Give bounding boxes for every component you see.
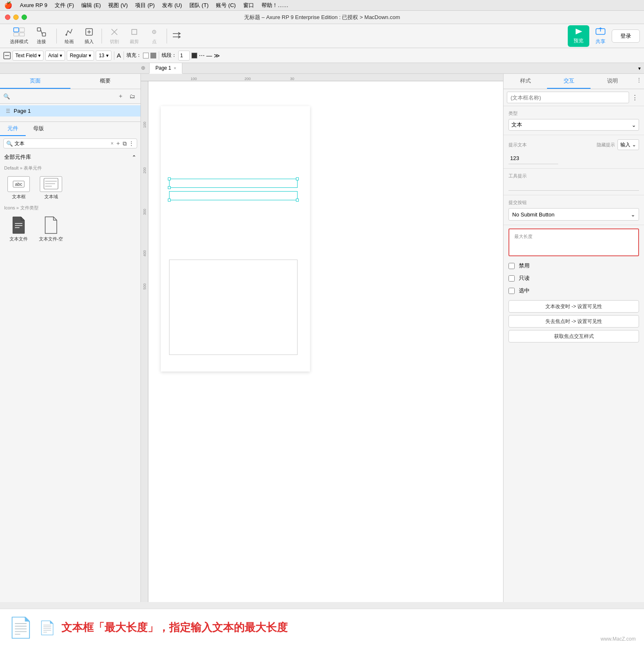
widget-add-button[interactable]: ＋ [115, 140, 121, 147]
menu-team[interactable]: 团队 (T) [189, 2, 208, 9]
tab-note[interactable]: 说明 [591, 74, 634, 89]
select-mode-button[interactable]: 选择模式 [7, 26, 31, 46]
readonly-checkbox[interactable] [508, 275, 515, 282]
login-button[interactable]: 登录 [612, 29, 640, 43]
readonly-row: 只读 [504, 272, 644, 284]
selected-checkbox[interactable] [508, 288, 515, 294]
hint-text-input[interactable] [508, 153, 558, 164]
line-end-icon[interactable]: — [206, 52, 212, 59]
action3-button[interactable]: 获取焦点交互样式 [508, 330, 639, 342]
font-dropdown[interactable]: Arial ▾ [45, 51, 65, 61]
minimize-button[interactable] [13, 15, 19, 20]
tab-interact[interactable]: 交互 [547, 74, 591, 89]
tab-widgets[interactable]: 元件 [0, 122, 26, 136]
type-select[interactable]: 文本 ⌄ [508, 119, 639, 131]
tooltip-input[interactable] [508, 182, 639, 191]
icon-item-textfile[interactable]: 文本文件 [4, 216, 33, 242]
menu-edit[interactable]: 编辑 (E) [81, 2, 101, 9]
size-dropdown[interactable]: 13 ▾ [96, 51, 111, 61]
handle-bl[interactable] [168, 186, 171, 189]
svg-rect-4 [37, 28, 41, 31]
style-dropdown[interactable]: Regular ▾ [67, 51, 94, 61]
tab-style[interactable]: 样式 [504, 74, 547, 89]
menu-file[interactable]: 文件 (F) [55, 2, 74, 9]
share-button[interactable]: 共享 [591, 24, 610, 48]
menu-view[interactable]: 视图 (V) [108, 2, 128, 9]
maximize-button[interactable] [22, 15, 27, 20]
menu-account[interactable]: 账号 (C) [216, 2, 236, 9]
fill-color-box2[interactable] [150, 53, 156, 58]
action2-button[interactable]: 失去焦点时 -> 设置可见性 [508, 315, 639, 328]
panel-more-button[interactable]: ⋮ [634, 74, 644, 89]
widget-more-button[interactable]: ⋮ [128, 140, 134, 147]
preview-icon [574, 28, 583, 36]
rect-widget[interactable] [169, 260, 298, 355]
svg-rect-5 [42, 33, 46, 36]
menu-project[interactable]: 项目 (P) [135, 2, 155, 9]
submit-value: No Submit Button [512, 211, 554, 218]
hide-hint-select[interactable]: 输入 ⌄ [617, 139, 639, 150]
widget-search-clear[interactable]: × [111, 141, 114, 146]
page-item-label: Page 1 [14, 108, 31, 114]
line-width-input[interactable]: 1 [178, 51, 190, 61]
text-field-widget-2[interactable] [169, 191, 298, 200]
ruler-left: 100 200 300 400 500 [141, 81, 148, 602]
icon-item-textfile-empty[interactable]: 文本文件-空 [36, 216, 65, 242]
widget-copy-button[interactable]: ⧉ [123, 140, 127, 147]
svg-point-7 [65, 34, 67, 36]
more-format-icon[interactable]: ≫ [214, 52, 220, 59]
tab-masters[interactable]: 母版 [26, 122, 51, 136]
text-field-widget-1[interactable] [169, 179, 298, 188]
line-style-icon[interactable]: ⋯ [199, 52, 205, 59]
tab-dropdown-button[interactable]: ▾ [635, 66, 644, 71]
submit-select[interactable]: No Submit Button ⌄ [508, 208, 639, 221]
max-length-input[interactable] [514, 241, 633, 251]
pages-search-input[interactable] [12, 92, 114, 101]
preview-button[interactable]: 预览 [568, 25, 589, 47]
cut-button[interactable]: 切割 [105, 26, 123, 46]
handle-br2[interactable] [296, 199, 299, 202]
crop-button[interactable]: 裁剪 [125, 26, 143, 46]
handle-bl2[interactable] [168, 199, 171, 202]
add-page-button[interactable]: ＋ [116, 92, 126, 101]
tab-outline[interactable]: 概要 [70, 74, 141, 89]
connect-button[interactable]: 连接 [32, 26, 51, 46]
library-label: 全部元件库 [4, 153, 31, 161]
insert-button[interactable]: 插入 [80, 26, 98, 46]
style-chevron: ▾ [89, 53, 91, 58]
widget-tabs: 元件 母版 [0, 122, 140, 136]
folder-button[interactable]: 🗂 [127, 92, 137, 100]
widget-type-dropdown[interactable]: Text Field ▾ [12, 51, 44, 61]
widget-search-input[interactable] [15, 141, 109, 146]
widget-name-input[interactable] [507, 92, 629, 103]
page-item-1[interactable]: ☰ Page 1 [0, 105, 140, 117]
apple-icon[interactable]: 🍎 [4, 1, 12, 9]
tab-page1[interactable]: Page 1 × [149, 63, 182, 74]
draw-button[interactable]: 绘画 [60, 26, 78, 46]
max-length-section: 最大长度 [508, 228, 639, 256]
canvas-page[interactable] [161, 106, 310, 372]
more-tools-button[interactable] [170, 32, 183, 40]
text-color-icon[interactable]: A [117, 52, 121, 59]
point-button[interactable]: 点 [145, 26, 163, 46]
action1-button[interactable]: 文本改变时 -> 设置可见性 [508, 300, 639, 313]
panel-options-icon[interactable]: ⋮ [629, 94, 641, 102]
hide-hint-value: 输入 [620, 141, 630, 148]
hide-hint-chevron: ⌄ [632, 142, 636, 148]
tab-pages[interactable]: 页面 [0, 74, 70, 89]
menu-window[interactable]: 窗口 [243, 2, 254, 9]
menu-publish[interactable]: 发布 (U) [162, 2, 182, 9]
textfile-label: 文本文件 [10, 236, 28, 242]
library-expand-icon[interactable]: ⌃ [132, 154, 136, 160]
close-button[interactable] [5, 15, 10, 20]
line-color-box[interactable] [191, 53, 197, 58]
menu-help[interactable]: 帮助！…… [261, 2, 288, 9]
widget-item-textbox[interactable]: abc 文本框 [4, 176, 33, 200]
handle-tr[interactable] [296, 177, 299, 180]
line-label: 线段： [162, 52, 177, 59]
handle-tl[interactable] [168, 177, 171, 180]
fill-color-box[interactable] [143, 53, 149, 58]
disabled-checkbox[interactable] [508, 263, 515, 269]
widget-item-textarea[interactable]: 文本域 [36, 176, 65, 200]
tab-close-button[interactable]: × [174, 66, 176, 70]
